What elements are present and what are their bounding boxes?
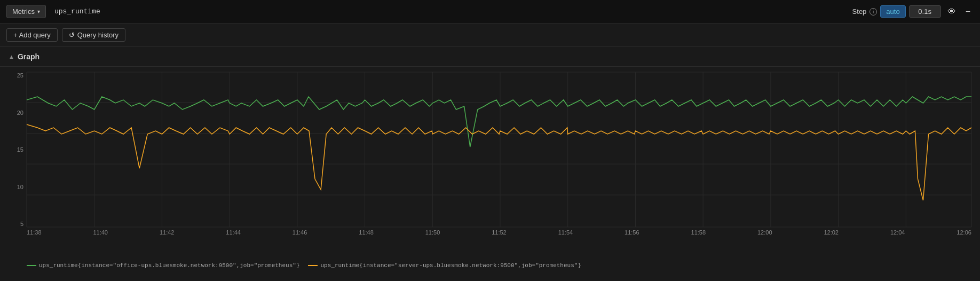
x-label-6: 11:50	[425, 229, 440, 236]
x-label-1: 11:40	[93, 229, 108, 236]
yellow-line	[27, 124, 971, 200]
x-label-9: 11:56	[625, 229, 639, 236]
x-label-5: 11:48	[359, 229, 374, 236]
x-label-8: 11:54	[558, 229, 573, 236]
y-axis: 25 20 15 10 5	[4, 72, 23, 227]
y-label-25: 25	[4, 72, 23, 79]
x-label-2: 11:42	[160, 229, 175, 236]
step-label: Step	[852, 7, 867, 15]
info-icon[interactable]: i	[870, 8, 877, 15]
x-label-3: 11:44	[226, 229, 241, 236]
step-value: 0.1s	[909, 5, 941, 18]
y-label-10: 10	[4, 184, 23, 190]
metrics-label: Metrics	[12, 7, 35, 15]
x-label-13: 12:04	[890, 229, 905, 236]
x-label-10: 11:58	[691, 229, 706, 236]
step-area: Step i auto 0.1s 👁 −	[852, 5, 974, 18]
x-axis-labels: 11:38 11:40 11:42 11:44 11:46 11:48 11:5…	[27, 229, 971, 236]
query-input[interactable]	[50, 5, 848, 18]
chevron-down-icon: ▾	[37, 9, 40, 14]
collapse-icon[interactable]: ▲	[9, 53, 14, 60]
top-bar: Metrics ▾ Step i auto 0.1s 👁 −	[0, 0, 980, 24]
x-label-7: 11:52	[492, 229, 507, 236]
query-history-label: Query history	[77, 31, 118, 39]
y-label-15: 15	[4, 146, 23, 153]
legend-item-green: ups_runtime{instance="office-ups.bluesmo…	[27, 262, 299, 269]
x-label-4: 11:46	[293, 229, 307, 236]
add-query-label: + Add query	[13, 31, 51, 39]
yellow-legend-text: ups_runtime{instance="server-ups.bluesmo…	[320, 262, 581, 269]
query-history-button[interactable]: ↺ Query history	[62, 28, 125, 42]
history-icon: ↺	[69, 31, 75, 39]
eye-icon-button[interactable]: 👁	[944, 6, 959, 17]
x-label-12: 12:02	[824, 229, 839, 236]
y-label-5: 5	[4, 221, 23, 227]
chart-svg	[27, 72, 971, 227]
minus-icon-button[interactable]: −	[962, 6, 974, 17]
x-label-14: 12:06	[957, 229, 971, 236]
chart-container: 25 20 15 10 5	[0, 67, 980, 259]
toolbar: + Add query ↺ Query history	[0, 24, 980, 47]
metrics-button[interactable]: Metrics ▾	[6, 5, 46, 18]
green-legend-text: ups_runtime{instance="office-ups.bluesmo…	[39, 262, 299, 269]
legend: ups_runtime{instance="office-ups.bluesmo…	[0, 259, 980, 272]
legend-item-yellow: ups_runtime{instance="server-ups.bluesmo…	[308, 262, 581, 269]
y-label-20: 20	[4, 110, 23, 116]
green-legend-line	[27, 265, 36, 266]
graph-title: Graph	[18, 52, 39, 61]
add-query-button[interactable]: + Add query	[6, 28, 58, 42]
x-label-11: 12:00	[757, 229, 772, 236]
x-label-0: 11:38	[27, 229, 42, 236]
green-line	[27, 97, 971, 147]
graph-header: ▲ Graph	[0, 47, 980, 67]
step-auto-badge: auto	[880, 5, 905, 18]
chart-area	[27, 72, 971, 227]
yellow-legend-line	[308, 265, 318, 266]
graph-section: ▲ Graph 25 20 15 10 5	[0, 47, 980, 272]
